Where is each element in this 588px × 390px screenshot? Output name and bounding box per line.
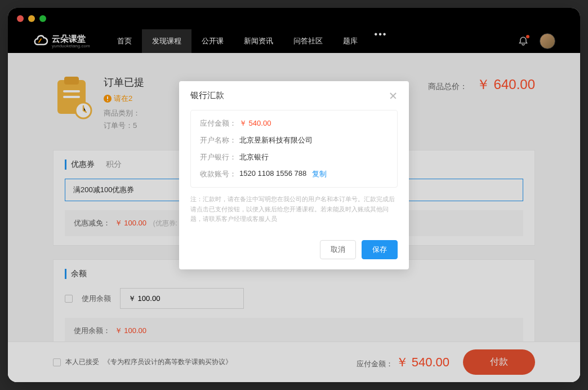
close-icon[interactable] <box>389 91 398 100</box>
modal-note: 注：汇款时，请在备注中写明您在我公司的用户名和本订单号。汇款完成后请点击已支付按… <box>190 194 398 224</box>
info-amount-row: 应付金额： ￥ 540.00 <box>200 118 388 128</box>
info-amount-value: ￥ 540.00 <box>239 118 271 128</box>
modal-footer: 取消 保存 <box>179 233 409 269</box>
modal-body: 应付金额： ￥ 540.00 开户名称： 北京昱新科技有限公司 开户银行： 北京… <box>179 110 409 233</box>
info-amount-label: 应付金额： <box>200 118 239 128</box>
info-account-label: 收款账号： <box>200 169 239 179</box>
copy-link[interactable]: 复制 <box>312 169 327 179</box>
info-bank-value: 北京银行 <box>239 152 269 162</box>
modal-info: 应付金额： ￥ 540.00 开户名称： 北京昱新科技有限公司 开户银行： 北京… <box>190 110 398 188</box>
info-bank-row: 开户银行： 北京银行 <box>200 152 388 162</box>
save-button[interactable]: 保存 <box>362 240 398 259</box>
info-account-row: 收款账号： 1520 1108 1556 788 复制 <box>200 169 388 179</box>
browser-window: 云朵课堂 yunduoketang.com 首页 发现课程 公开课 新闻资讯 问… <box>8 8 580 382</box>
info-bank-label: 开户银行： <box>200 152 239 162</box>
cancel-button[interactable]: 取消 <box>320 240 356 259</box>
modal-title: 银行汇款 <box>190 90 224 101</box>
info-account-value: 1520 1108 1556 788 <box>239 169 306 179</box>
info-name-value: 北京昱新科技有限公司 <box>239 135 313 145</box>
info-name-label: 开户名称： <box>200 135 239 145</box>
modal-overlay: 银行汇款 应付金额： ￥ 540.00 开户名称： 北京昱新科技有限公司 开户银… <box>8 8 580 382</box>
modal: 银行汇款 应付金额： ￥ 540.00 开户名称： 北京昱新科技有限公司 开户银… <box>179 81 409 269</box>
modal-header: 银行汇款 <box>179 81 409 110</box>
info-name-row: 开户名称： 北京昱新科技有限公司 <box>200 135 388 145</box>
